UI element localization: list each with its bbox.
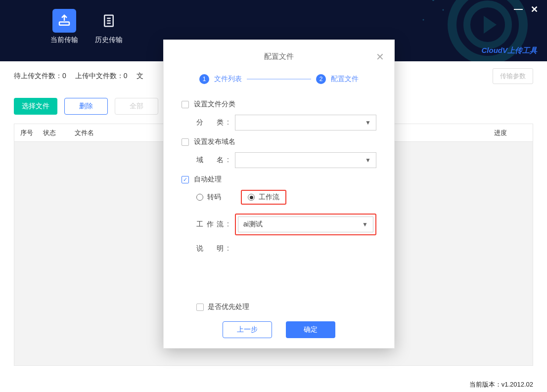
tab-label: 当前传输 <box>50 36 78 44</box>
domain-section: 设置发布域名 域 名: ▼ <box>182 137 376 168</box>
col-index: 序号 <box>14 129 43 137</box>
set-category-checkbox[interactable] <box>182 101 189 108</box>
step-1-badge: 1 <box>199 74 209 84</box>
auto-process-checkbox[interactable]: ✓ <box>182 176 189 183</box>
config-modal: 配置文件 ✕ 1 文件列表 2 配置文件 设置文件分类 分 类: ▼ 设置发布域… <box>163 40 395 348</box>
chevron-down-icon: ▼ <box>365 119 371 126</box>
step-2-label: 配置文件 <box>331 75 359 84</box>
modal-close-button[interactable]: ✕ <box>376 51 384 63</box>
tab-current-upload[interactable]: 当前传输 <box>50 9 78 44</box>
svg-rect-7 <box>59 22 69 25</box>
tab-label: 历史传输 <box>95 36 123 44</box>
close-button[interactable]: ✕ <box>531 4 538 15</box>
svg-point-5 <box>423 19 424 21</box>
version-label: 当前版本：v1.2012.02 <box>469 380 533 389</box>
step-1-label: 文件列表 <box>214 75 242 84</box>
workflow-select-highlight: ai测试 ▼ <box>235 214 376 235</box>
window-controls: — ✕ <box>514 4 538 15</box>
brand-label: CloudV上传工具 <box>482 46 538 55</box>
auto-process-section: ✓ 自动处理 转码 工作流 工作流: a <box>182 175 376 253</box>
prev-step-button[interactable]: 上一步 <box>223 321 272 338</box>
history-icon <box>97 9 121 33</box>
uploading-count: 上传中文件数：0 <box>75 72 128 81</box>
priority-checkbox[interactable] <box>196 304 204 311</box>
chevron-down-icon: ▼ <box>365 157 371 164</box>
minimize-button[interactable]: — <box>514 4 523 15</box>
col-progress: 进度 <box>494 129 533 137</box>
category-label: 分 类: <box>196 118 229 127</box>
col-status: 状态 <box>43 129 72 137</box>
chevron-down-icon: ▼ <box>362 221 368 228</box>
priority-section: 是否优先处理 <box>182 303 376 311</box>
modal-buttons: 上一步 确定 <box>182 321 376 338</box>
delete-button[interactable]: 删除 <box>64 98 108 115</box>
modal-title: 配置文件 ✕ <box>164 40 394 65</box>
step-2-badge: 2 <box>316 74 326 84</box>
set-domain-label: 设置发布域名 <box>194 137 235 146</box>
confirm-button[interactable]: 确定 <box>286 321 335 338</box>
set-category-label: 设置文件分类 <box>194 100 235 109</box>
truncated-text: 文 <box>137 72 143 81</box>
upload-icon <box>52 9 76 33</box>
workflow-select[interactable]: ai测试 ▼ <box>238 217 373 232</box>
transcode-radio[interactable]: 转码 <box>196 193 221 202</box>
select-file-button[interactable]: 选择文件 <box>14 98 57 115</box>
step-indicator: 1 文件列表 2 配置文件 <box>164 65 394 88</box>
pending-count: 待上传文件数：0 <box>14 72 66 81</box>
desc-label: 说 明: <box>196 244 229 253</box>
modal-body: 设置文件分类 分 类: ▼ 设置发布域名 域 名: ▼ <box>164 88 394 338</box>
transfer-params-button[interactable]: 传输参数 <box>493 68 533 84</box>
set-domain-checkbox[interactable] <box>182 138 189 146</box>
tab-history-upload[interactable]: 历史传输 <box>95 9 123 44</box>
workflow-label: 工作流: <box>196 220 229 229</box>
domain-select[interactable]: ▼ <box>235 152 376 168</box>
step-connector <box>247 79 311 80</box>
svg-marker-2 <box>484 16 497 34</box>
workflow-radio-highlight: 工作流 <box>241 190 286 205</box>
priority-label: 是否优先处理 <box>208 303 249 311</box>
svg-point-4 <box>443 9 444 11</box>
all-button[interactable]: 全部 <box>115 98 158 115</box>
category-section: 设置文件分类 分 类: ▼ <box>182 100 376 131</box>
auto-process-label: 自动处理 <box>194 175 222 184</box>
domain-label: 域 名: <box>196 156 229 165</box>
svg-point-3 <box>432 0 434 1</box>
workflow-radio[interactable]: 工作流 <box>248 193 279 202</box>
category-select[interactable]: ▼ <box>235 115 376 131</box>
